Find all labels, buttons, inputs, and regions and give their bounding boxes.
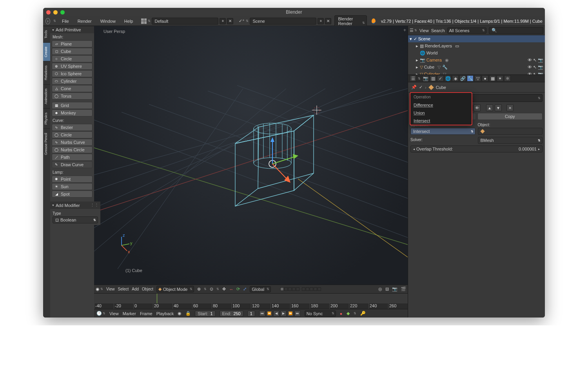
props-particles-tab[interactable]: ✶ <box>497 75 503 82</box>
tl-marker-menu[interactable]: Marker <box>123 311 136 316</box>
props-scene-tab[interactable]: ✓ <box>437 75 444 82</box>
cursor-icon[interactable]: ↖ <box>533 72 537 75</box>
add-spot-lamp-button[interactable]: ◢Spot <box>52 191 93 198</box>
outliner-editor-icon[interactable]: ☰⇅ <box>410 28 417 33</box>
3d-viewport[interactable]: User Persp <box>94 26 408 285</box>
manipulator-scale-icon[interactable]: ⤢ <box>243 287 247 292</box>
layout-delete-button[interactable]: ✕ <box>227 18 233 24</box>
add-monkey-button[interactable]: ☻Monkey <box>52 109 93 116</box>
play-button[interactable]: ▶ <box>280 310 287 317</box>
cursor-icon[interactable]: ↖ <box>533 58 537 63</box>
menu-render[interactable]: Render <box>75 18 94 25</box>
add-nurbs-circle-button[interactable]: ◯Nurbs Circle <box>52 146 93 153</box>
tl-lock-icon[interactable]: 🔒 <box>185 311 191 316</box>
add-circle-button[interactable]: ○Circle <box>52 55 93 62</box>
view3d-select-menu[interactable]: Select <box>118 287 129 291</box>
vtab-grease-pencil[interactable]: Grease Pencil <box>43 129 50 159</box>
props-material-tab[interactable]: ● <box>482 75 488 82</box>
add-curve-circle-button[interactable]: ◯Circle <box>52 131 93 138</box>
scene-add-button[interactable]: + <box>318 18 324 24</box>
orientation-selector[interactable]: Global <box>250 286 271 292</box>
minimize-window-button[interactable] <box>53 10 58 15</box>
render-vis-icon[interactable]: 📷 <box>538 58 543 63</box>
close-window-button[interactable] <box>46 10 51 15</box>
add-cone-button[interactable]: △Cone <box>52 85 93 92</box>
eye-icon[interactable]: 👁 <box>528 65 532 70</box>
outliner-renderlayers-row[interactable]: ▸▥ RenderLayers ▭ <box>408 42 545 49</box>
menu-window[interactable]: Window <box>98 18 118 25</box>
outliner-view-menu[interactable]: View <box>419 28 429 33</box>
props-data-tab[interactable]: ▽ <box>474 75 481 82</box>
manipulator-toggle-icon[interactable]: ✥ <box>222 287 226 292</box>
autokey-mode-icon[interactable]: ◆ <box>347 311 350 316</box>
screen-layout-selector[interactable]: ⇅ Default + ✕ <box>141 18 233 25</box>
frame-start-field[interactable]: Start:1 <box>195 310 215 317</box>
props-world-tab[interactable]: 🌐 <box>445 75 451 82</box>
keying-set-icon[interactable]: 🔑 <box>360 311 366 316</box>
render-vis-icon[interactable]: 📷 <box>538 72 543 75</box>
render-vis-icon[interactable]: 📷 <box>538 65 543 70</box>
sync-selector[interactable]: No Sync <box>305 310 336 317</box>
add-uvsphere-button[interactable]: ⊕UV Sphere <box>52 63 93 70</box>
manipulator-translate-icon[interactable]: ↔ <box>229 287 233 292</box>
cursor-icon[interactable]: ↖ <box>533 65 537 70</box>
opengl-render-icon[interactable]: 🎬 <box>401 287 406 292</box>
outliner-cylinder-row[interactable]: ▸▽ Cylinder ▽ 👁↖📷 <box>408 71 545 74</box>
draw-curve-button[interactable]: ✎Draw Curve <box>52 161 93 168</box>
add-plane-button[interactable]: ▱Plane <box>52 40 93 47</box>
menu-help[interactable]: Help <box>122 18 136 25</box>
viewport-sidebar-toggle[interactable]: + <box>403 27 406 33</box>
view3d-editor-icon[interactable]: ◉⇅ <box>96 287 103 292</box>
outliner-tree[interactable]: ▾✓ Scene ▸▥ RenderLayers ▭ 🌐 World ▸📷 Ca… <box>408 35 545 74</box>
view3d-object-menu[interactable]: Object <box>142 287 153 291</box>
view3d-view-menu[interactable]: View <box>106 287 115 291</box>
add-cylinder-button[interactable]: ⬭Cylinder <box>52 78 93 85</box>
add-torus-button[interactable]: ◯Torus <box>52 93 93 100</box>
props-modifiers-tab[interactable]: 🔧 <box>467 75 474 82</box>
props-render-tab[interactable]: 📷 <box>422 75 429 82</box>
solver-dropdown[interactable]: BMesh <box>478 137 543 144</box>
props-object-tab[interactable]: ◈ <box>452 75 459 82</box>
outliner-world-row[interactable]: 🌐 World <box>408 49 545 56</box>
op-panel-title[interactable]: Add Modifier <box>56 203 80 208</box>
manipulator-rotate-icon[interactable]: ⟳ <box>236 287 240 292</box>
op-union-item[interactable]: Union <box>410 109 472 117</box>
eye-icon[interactable]: 👁 <box>528 58 532 63</box>
props-editor-icon[interactable]: ☰ <box>410 75 416 82</box>
mod-move-up-button[interactable]: ▲ <box>486 104 493 111</box>
vtab-relations[interactable]: Relations <box>43 61 50 84</box>
tl-playback-menu[interactable]: Playback <box>156 311 174 316</box>
mode-selector[interactable]: ◆ Object Mode <box>156 286 194 292</box>
op-difference-item[interactable]: Difference <box>410 101 472 109</box>
props-texture-tab[interactable]: ▦ <box>489 75 496 82</box>
operation-dropdown[interactable]: Intersect <box>410 128 475 135</box>
keyframe-next-button[interactable]: ⏩ <box>287 310 294 317</box>
mod-viewport-toggle[interactable]: 👁 <box>474 104 481 111</box>
timeline-editor-icon[interactable]: 🕐⇅ <box>96 311 105 316</box>
boolean-object-field[interactable] <box>478 128 543 135</box>
op-intersect-item[interactable]: Intersect <box>410 117 472 125</box>
props-constraints-tab[interactable]: 🔗 <box>459 75 466 82</box>
jump-end-button[interactable]: ⏭ <box>294 310 301 317</box>
render-engine-selector[interactable]: Blender Render <box>334 15 367 27</box>
scene-delete-button[interactable]: ✕ <box>325 18 331 24</box>
outliner-search-menu[interactable]: Search <box>431 28 445 33</box>
modifier-copy-button[interactable]: Copy <box>477 113 543 120</box>
add-sun-lamp-button[interactable]: ☀Sun <box>52 183 93 190</box>
outliner-cube-row[interactable]: ▸▽ Cube ▽ 🔧 👁↖📷 <box>408 64 545 71</box>
view3d-add-menu[interactable]: Add <box>132 287 139 291</box>
frame-current-field[interactable]: 1 <box>247 310 255 317</box>
scene-selector[interactable]: ✓⁺ ⇅ Scene + ✕ <box>239 18 331 25</box>
add-grid-button[interactable]: ▦Grid <box>52 102 93 109</box>
pivot-icon[interactable]: ⊙ <box>210 287 213 292</box>
jump-start-button[interactable]: ⏮ <box>259 310 265 317</box>
mod-delete-button[interactable]: ✕ <box>506 104 514 111</box>
autokey-record-icon[interactable]: ● <box>340 311 343 316</box>
add-primitive-header[interactable]: Add Primitive <box>50 26 94 33</box>
vtab-physics[interactable]: Physics <box>43 108 50 129</box>
timeline-area[interactable]: -40-20 020 4060 80100 120140 160180 2002… <box>94 293 408 309</box>
layout-add-button[interactable]: + <box>220 18 226 24</box>
add-nurbs-curve-button[interactable]: ∿Nurbs Curve <box>52 139 93 146</box>
frame-end-field[interactable]: End:250 <box>220 310 243 317</box>
add-cube-button[interactable]: ◻Cube <box>52 48 93 55</box>
